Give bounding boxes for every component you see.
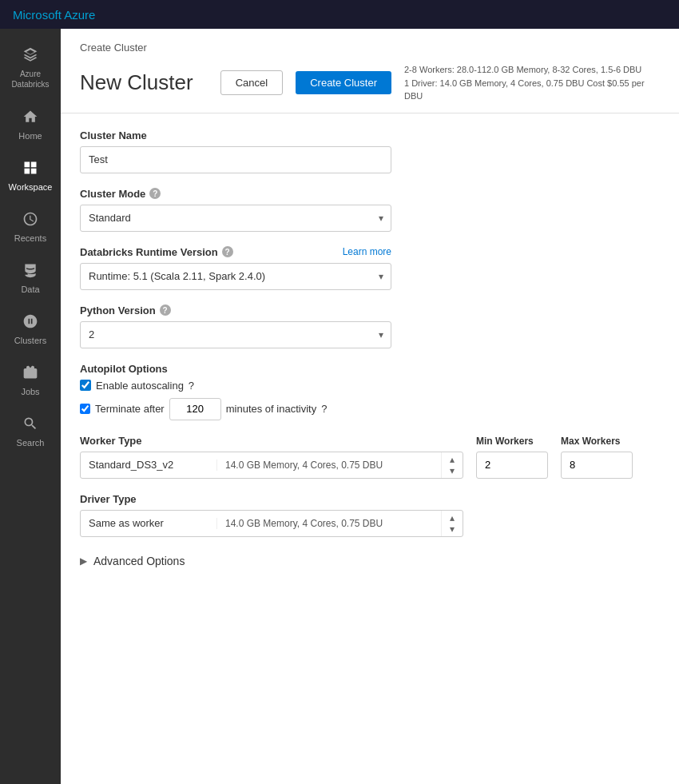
search-icon: [19, 412, 42, 435]
home-icon: [19, 105, 42, 128]
terminate-minutes-input[interactable]: [169, 398, 221, 420]
worker-type-group: Worker Type Standard_DS3_v2 14.0 GB Memo…: [80, 435, 660, 479]
python-version-select[interactable]: 2 3: [80, 321, 391, 348]
sidebar-item-clusters[interactable]: Clusters: [0, 302, 61, 353]
cluster-mode-label: Cluster Mode ?: [80, 188, 660, 200]
advanced-options-toggle[interactable]: ▶ Advanced Options: [80, 551, 660, 571]
min-workers-input[interactable]: [476, 452, 548, 479]
sidebar-item-azure-databricks[interactable]: AzureDatabricks: [0, 35, 61, 98]
python-select-wrap: 2 3 ▾: [80, 321, 391, 348]
terminate-help-icon[interactable]: ?: [321, 403, 327, 415]
cluster-mode-select[interactable]: Standard High Concurrency Single Node: [80, 205, 391, 232]
runtime-help-icon[interactable]: ?: [222, 246, 233, 257]
runtime-label: Databricks Runtime Version ?: [80, 246, 233, 258]
worker-type-name: Standard_DS3_v2: [81, 459, 216, 471]
clusters-icon: [19, 310, 42, 332]
enable-autoscaling-checkbox[interactable]: [80, 380, 91, 391]
worker-type-details: 14.0 GB Memory, 4 Cores, 0.75 DBU: [216, 460, 441, 471]
sidebar-label-jobs: Jobs: [21, 387, 39, 396]
worker-type-section: Worker Type Standard_DS3_v2 14.0 GB Memo…: [80, 435, 463, 479]
brand-name: Microsoft Azure: [13, 8, 95, 22]
recents-icon: [19, 208, 42, 230]
sidebar-label-search: Search: [17, 438, 45, 448]
autoscaling-label: Enable autoscaling: [96, 380, 184, 392]
cancel-button[interactable]: Cancel: [220, 70, 283, 95]
cluster-info: 2-8 Workers: 28.0-112.0 GB Memory, 8-32 …: [404, 63, 660, 103]
cluster-name-heading: New Cluster: [80, 70, 208, 95]
driver-type-details: 14.0 GB Memory, 4 Cores, 0.75 DBU: [216, 518, 441, 529]
sidebar-item-jobs[interactable]: Jobs: [0, 353, 61, 404]
databricks-icon: [19, 43, 42, 66]
terminate-prefix-label: Terminate after: [95, 403, 165, 415]
jobs-icon: [19, 361, 42, 384]
page-header: Create Cluster New Cluster Cancel Create…: [61, 29, 679, 113]
autoscaling-help-icon[interactable]: ?: [189, 380, 194, 392]
terminate-suffix-label: minutes of inactivity: [226, 403, 316, 415]
workspace-icon: [19, 157, 42, 179]
sidebar-item-search[interactable]: Search: [0, 404, 61, 456]
cluster-name-input[interactable]: [80, 146, 391, 173]
topbar: Microsoft Azure: [0, 0, 679, 29]
sidebar-item-home[interactable]: Home: [0, 98, 61, 149]
min-workers-section: Min Workers: [476, 436, 548, 479]
cluster-info-line2: 1 Driver: 14.0 GB Memory, 4 Cores, 0.75 …: [404, 77, 660, 103]
driver-type-label: Driver Type: [80, 493, 660, 505]
runtime-select[interactable]: Runtime: 5.1 (Scala 2.11, Spark 2.4.0): [80, 263, 391, 290]
main-content: Create Cluster New Cluster Cancel Create…: [61, 29, 679, 784]
min-workers-label: Min Workers: [476, 436, 548, 447]
driver-type-group: Driver Type Same as worker 14.0 GB Memor…: [80, 493, 660, 537]
cluster-info-line1: 2-8 Workers: 28.0-112.0 GB Memory, 8-32 …: [404, 63, 660, 77]
python-version-label: Python Version ?: [80, 304, 660, 316]
python-version-group: Python Version ? 2 3 ▾: [80, 304, 660, 348]
sidebar-label-databricks: AzureDatabricks: [11, 69, 49, 90]
sidebar: AzureDatabricks Home Workspace Recents: [0, 29, 61, 784]
cluster-mode-group: Cluster Mode ? Standard High Concurrency…: [80, 188, 660, 232]
driver-type-arrow-icon[interactable]: ▴▾: [441, 511, 463, 536]
python-help-icon[interactable]: ?: [160, 304, 171, 316]
driver-type-select-wrap[interactable]: Same as worker 14.0 GB Memory, 4 Cores, …: [80, 510, 463, 537]
cluster-mode-select-wrap: Standard High Concurrency Single Node ▾: [80, 205, 391, 232]
page-title: Create Cluster: [80, 42, 660, 54]
sidebar-label-home: Home: [18, 131, 42, 141]
runtime-label-row: Databricks Runtime Version ? Learn more: [80, 246, 391, 258]
cluster-header: New Cluster Cancel Create Cluster 2-8 Wo…: [80, 63, 660, 103]
max-workers-label: Max Workers: [561, 436, 633, 447]
autopilot-label: Autopilot Options: [80, 363, 660, 375]
runtime-learn-more-link[interactable]: Learn more: [343, 246, 391, 257]
driver-type-name: Same as worker: [81, 517, 216, 529]
advanced-options-label: Advanced Options: [93, 555, 185, 567]
max-workers-input[interactable]: [561, 452, 633, 479]
cluster-name-group: Cluster Name: [80, 129, 660, 173]
autopilot-group: Autopilot Options Enable autoscaling ? T…: [80, 363, 660, 420]
data-icon: [19, 259, 42, 281]
sidebar-label-clusters: Clusters: [14, 336, 46, 345]
worker-type-label: Worker Type: [80, 435, 463, 447]
terminate-row: Terminate after minutes of inactivity ?: [80, 398, 660, 420]
cluster-mode-help-icon[interactable]: ?: [149, 188, 161, 199]
sidebar-item-recents[interactable]: Recents: [0, 200, 61, 251]
runtime-select-wrap: Runtime: 5.1 (Scala 2.11, Spark 2.4.0) ▾: [80, 263, 391, 290]
worker-type-select-wrap[interactable]: Standard_DS3_v2 14.0 GB Memory, 4 Cores,…: [80, 452, 463, 479]
autoscaling-row: Enable autoscaling ?: [80, 380, 660, 392]
cluster-name-label: Cluster Name: [80, 129, 660, 141]
create-cluster-button[interactable]: Create Cluster: [296, 71, 391, 94]
advanced-chevron-icon: ▶: [80, 555, 87, 567]
max-workers-section: Max Workers: [561, 436, 633, 479]
sidebar-label-recents: Recents: [14, 233, 46, 243]
runtime-group: Databricks Runtime Version ? Learn more …: [80, 246, 660, 290]
sidebar-label-data: Data: [21, 285, 39, 294]
terminate-checkbox[interactable]: [80, 404, 90, 414]
worker-type-arrow-icon[interactable]: ▴▾: [441, 452, 463, 478]
sidebar-item-data[interactable]: Data: [0, 251, 61, 302]
sidebar-item-workspace[interactable]: Workspace: [0, 149, 61, 200]
sidebar-label-workspace: Workspace: [9, 182, 53, 192]
form-content: Cluster Name Cluster Mode ? Standard Hig…: [61, 113, 679, 587]
